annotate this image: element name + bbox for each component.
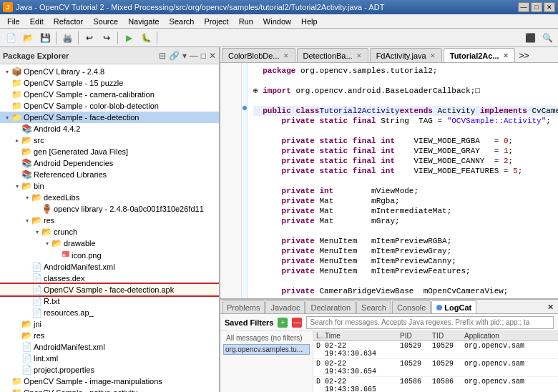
tree-item-opencv-color[interactable]: 📁OpenCV Sample - color-blob-detection [0, 100, 219, 112]
tree-arrow-lint-xml[interactable] [13, 354, 21, 363]
tree-arrow-opencv-color[interactable] [3, 102, 11, 110]
close-button[interactable]: ✕ [544, 2, 555, 12]
tree-arrow-r-txt[interactable] [23, 297, 31, 305]
tree-item-android-dep[interactable]: 📚Android Dependencies [0, 157, 219, 169]
tree-item-opencv-jar[interactable]: 🏺opencv library - 2.4.8-0a0c001f310e26fd… [0, 203, 219, 215]
menu-file[interactable]: File [3, 16, 24, 27]
tree-item-crunch[interactable]: ▾📂crunch [0, 226, 219, 237]
tree-arrow-opencv-image[interactable] [3, 377, 11, 386]
tree-item-drawable[interactable]: ▾📂drawable [0, 237, 219, 249]
minimize-button[interactable]: — [518, 2, 529, 12]
tree-arrow-project-props[interactable] [13, 366, 21, 374]
logcat-row[interactable]: D 02-22 19:43:30.634 10529 10529 org.ope… [313, 341, 558, 359]
tree-arrow-dexedlibs[interactable]: ▾ [23, 193, 31, 202]
tree-item-r-txt[interactable]: 📄R.txt [0, 295, 219, 307]
collapse-all-icon[interactable]: ⊟ [159, 51, 166, 61]
tab-colorblobde-close[interactable]: ✕ [283, 52, 289, 59]
tree-item-bin[interactable]: ▾📂bin [0, 180, 219, 192]
tree-arrow-crunch[interactable]: ▾ [33, 227, 41, 236]
link-with-editor-icon[interactable]: 🔗 [169, 51, 180, 61]
tree-item-apk-file[interactable]: 📄OpenCV Sample - face-detection.apk [0, 284, 219, 295]
menu-search[interactable]: Search [165, 16, 199, 27]
tab-detectionba[interactable]: DetectionBa... ✕ [297, 48, 368, 62]
tree-arrow-classes-dex[interactable] [23, 274, 31, 283]
tab-console[interactable]: Console [392, 300, 431, 313]
tree-item-lint-xml[interactable]: 📄lint.xml [0, 353, 219, 364]
tab-declaration[interactable]: Declaration [305, 300, 356, 313]
tree-arrow-opencv-face[interactable]: ▾ [3, 113, 11, 122]
panel-close-icon[interactable]: ✕ [209, 51, 216, 61]
tree-item-opencv-camera[interactable]: 📁OpenCV Sample - camera-calibration [0, 89, 219, 100]
tree-arrow-ref-libs[interactable] [13, 170, 21, 179]
code-content[interactable]: package org.opencv.samples.tutorial2;⊕ i… [248, 63, 558, 298]
tree-arrow-bin[interactable]: ▾ [13, 182, 21, 190]
bottom-panel-close[interactable]: ✕ [544, 301, 557, 313]
tab-search[interactable]: Search [356, 300, 391, 313]
tree-arrow-opencv-native[interactable] [3, 388, 11, 392]
tree-arrow-icon-png[interactable] [53, 251, 62, 260]
tree-item-project-props[interactable]: 📄project.properties [0, 364, 219, 376]
menu-source[interactable]: Source [89, 16, 122, 27]
new-button[interactable]: 📄 [3, 31, 19, 45]
logcat-row[interactable]: D 02-22 19:43:30.654 10529 10529 org.ope… [313, 359, 558, 377]
tree-item-opencv-15[interactable]: 📁OpenCV Sample - 15 puzzle [0, 77, 219, 89]
tree-arrow-apk-file[interactable] [23, 285, 31, 294]
menu-project[interactable]: Project [200, 16, 232, 27]
tab-logcat[interactable]: LogCat [431, 300, 476, 313]
print-button[interactable]: 🖨️ [59, 31, 75, 45]
tree-item-src[interactable]: ▸📂src [0, 134, 219, 146]
tree-arrow-src[interactable]: ▸ [13, 136, 21, 144]
tree-arrow-gen[interactable] [13, 147, 21, 156]
tab-detectionba-close[interactable]: ✕ [356, 52, 362, 59]
tree-arrow-res-main[interactable] [13, 331, 21, 340]
tree-arrow-jni[interactable] [13, 320, 21, 328]
tree-item-gen[interactable]: 📂gen [Generated Java Files] [0, 146, 219, 157]
add-filter-button[interactable]: + [278, 318, 288, 328]
tree-arrow-drawable[interactable]: ▾ [43, 239, 52, 248]
tree-item-manifest-bin[interactable]: 📄AndroidManifest.xml [0, 261, 219, 273]
tab-tutorial2ac[interactable]: Tutorial2Ac... ✕ [444, 48, 515, 62]
undo-button[interactable]: ↩ [82, 31, 97, 45]
open-button[interactable]: 📂 [20, 31, 36, 45]
tree-arrow-opencv-15[interactable] [3, 79, 11, 87]
tree-arrow-opencv-camera[interactable] [3, 90, 11, 99]
tree-item-res-bin[interactable]: ▾📂res [0, 215, 219, 226]
tree-item-android442[interactable]: 📚Android 4.4.2 [0, 123, 219, 134]
tab-fdactivity-close[interactable]: ✕ [430, 52, 436, 59]
tree-arrow-manifest-bin[interactable] [23, 263, 31, 271]
panel-maximize-icon[interactable]: □ [201, 51, 206, 61]
panel-minimize-icon[interactable]: — [190, 51, 198, 61]
filter-item[interactable]: org.opencv.samples.tu... [223, 344, 310, 355]
debug-button[interactable]: 🐛 [138, 31, 154, 45]
tree-item-opencv-native[interactable]: 📁OpenCV Sample - native-activity [0, 387, 219, 392]
logcat-row[interactable]: D 02-22 19:43:30.665 10586 10586 org.ope… [313, 377, 558, 392]
tree-arrow-android442[interactable] [13, 124, 21, 133]
tree-arrow-res-bin[interactable]: ▾ [23, 216, 31, 225]
tree-item-resources-ap[interactable]: 📄resources.ap_ [0, 307, 219, 318]
tree-item-ref-libs[interactable]: 📚Referenced Libraries [0, 169, 219, 180]
tree-item-dexedlibs[interactable]: ▾📂dexedLibs [0, 192, 219, 203]
panel-menu-icon[interactable]: ▾ [182, 51, 187, 61]
tab-overflow-button[interactable]: >> [517, 49, 532, 62]
menu-navigate[interactable]: Navigate [124, 16, 163, 27]
search-toolbar-button[interactable]: 🔍 [539, 31, 555, 45]
tree-item-jni[interactable]: 📂jni [0, 318, 219, 330]
tree-item-classes-dex[interactable]: 📄classes.dex [0, 273, 219, 284]
tree-arrow-opencv-jar[interactable] [33, 205, 41, 213]
tree-item-icon-png[interactable]: ✱icon.png [0, 249, 219, 261]
tree-item-opencv-image[interactable]: 📁OpenCV Sample - image-manipulations [0, 376, 219, 387]
menu-edit[interactable]: Edit [26, 16, 48, 27]
run-button[interactable]: ▶ [121, 31, 137, 45]
menu-run[interactable]: Run [235, 16, 258, 27]
tree-arrow-resources-ap[interactable] [23, 308, 31, 317]
save-button[interactable]: 💾 [37, 31, 53, 45]
menu-refactor[interactable]: Refactor [49, 16, 88, 27]
menu-help[interactable]: Help [297, 16, 322, 27]
tree-arrow-opencv-lib[interactable]: ▾ [3, 67, 11, 76]
tree-item-android-manifest[interactable]: 📄AndroidManifest.xml [0, 341, 219, 353]
tree-item-res-main[interactable]: 📂res [0, 330, 219, 341]
perspective-button[interactable]: ⬛ [522, 31, 538, 45]
tab-tutorial2ac-close[interactable]: ✕ [503, 52, 509, 59]
tree-arrow-android-dep[interactable] [13, 159, 21, 167]
maximize-button[interactable]: □ [531, 2, 542, 12]
